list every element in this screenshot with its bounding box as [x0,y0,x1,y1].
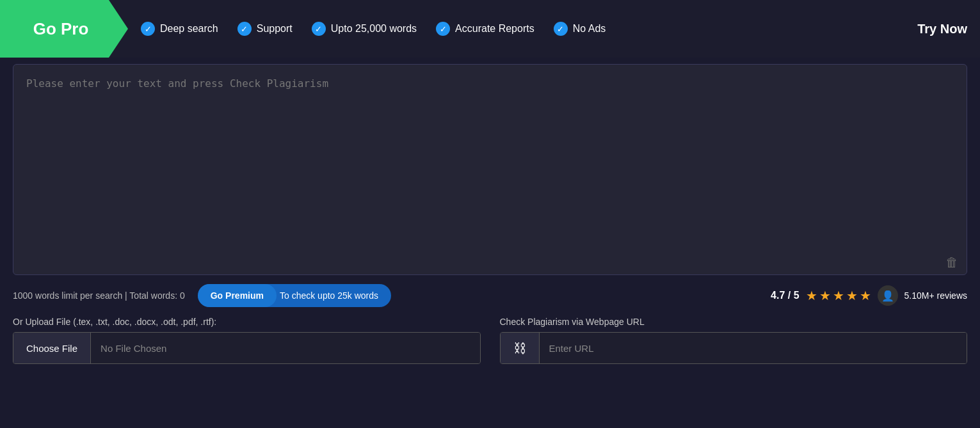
rating-score: 4.7 / 5 [771,290,799,301]
feature-deep-search: ✓ Deep search [141,22,218,36]
star-5-half: ★ [860,288,871,303]
go-pro-label: Go Pro [33,19,89,39]
main-content: 🗑 1000 words limit per search | Total wo… [0,58,980,374]
check-icon-reports: ✓ [436,22,450,36]
star-rating: ★ ★ ★ ★ ★ [806,288,871,303]
star-1: ★ [806,288,817,303]
check-icon-support: ✓ [237,22,252,36]
feature-reports-label: Accurate Reports [455,23,534,35]
bottom-bar: 1000 words limit per search | Total word… [13,284,967,307]
pro-banner: Go Pro ✓ Deep search ✓ Support ✓ Upto 25… [0,0,980,58]
feature-support: ✓ Support [237,22,293,36]
feature-support-label: Support [257,23,293,35]
check-25k-text: To check upto 25k words [277,284,391,307]
feature-words: ✓ Upto 25,000 words [312,22,417,36]
word-limit-text: 1000 words limit per search | Total word… [13,290,185,301]
feature-no-ads: ✓ No Ads [554,22,606,36]
feature-words-label: Upto 25,000 words [331,23,417,35]
star-2: ★ [819,288,831,303]
choose-file-button[interactable]: Choose File [13,333,91,363]
star-3: ★ [833,288,844,303]
clear-text-icon[interactable]: 🗑 [945,255,958,270]
try-now-button[interactable]: Try Now [917,22,967,36]
star-4: ★ [846,288,858,303]
premium-cta[interactable]: Go Premium To check upto 25k words [198,284,391,307]
plagiarism-text-input[interactable] [13,64,967,275]
url-section-label: Check Plagiarism via Webpage URL [500,317,968,327]
feature-deep-search-label: Deep search [160,23,218,35]
no-file-chosen-label: No File Chosen [91,333,479,363]
upload-label: Or Upload File (.tex, .txt, .doc, .docx,… [13,317,481,327]
file-input-wrapper: Choose File No File Chosen [13,332,481,364]
check-icon-no-ads: ✓ [554,22,568,36]
go-pro-badge: Go Pro [0,0,128,58]
url-input-field[interactable] [540,333,967,363]
url-icon-button[interactable]: ⛓ [501,333,540,363]
feature-no-ads-label: No Ads [573,23,606,35]
feature-reports: ✓ Accurate Reports [436,22,534,36]
pro-features-list: ✓ Deep search ✓ Support ✓ Upto 25,000 wo… [141,22,892,36]
upload-section: Or Upload File (.tex, .txt, .doc, .docx,… [13,317,967,364]
url-input-wrapper: ⛓ [500,332,968,364]
go-premium-button[interactable]: Go Premium [198,284,277,307]
file-upload-section: Or Upload File (.tex, .txt, .doc, .docx,… [13,317,481,364]
check-icon-deep-search: ✓ [141,22,155,36]
textarea-wrapper: 🗑 [13,64,967,278]
reviews-count: 5.10M+ reviews [904,290,967,301]
reviewer-avatar-icon: 👤 [878,285,898,306]
check-icon-words: ✓ [312,22,326,36]
rating-section: 4.7 / 5 ★ ★ ★ ★ ★ 👤 5.10M+ reviews [771,285,967,306]
url-check-section: Check Plagiarism via Webpage URL ⛓ [500,317,968,364]
link-icon: ⛓ [513,341,526,356]
